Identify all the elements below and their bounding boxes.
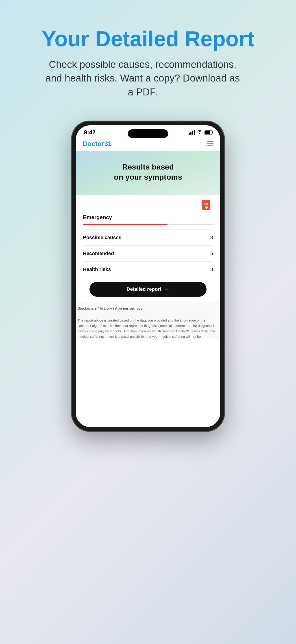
health-risks-value: 3 bbox=[210, 266, 213, 272]
arrow-icon: → bbox=[164, 286, 169, 292]
status-time: 9:42 bbox=[84, 129, 96, 136]
app-nav: Doctor31 bbox=[76, 138, 220, 151]
report-button-label: Detailed report bbox=[127, 286, 161, 292]
menu-icon[interactable] bbox=[207, 142, 213, 146]
detailed-report-button[interactable]: Detailed report → bbox=[89, 282, 207, 297]
hero-title: Results based on your symptoms bbox=[83, 162, 213, 182]
recommended-label: Recomended bbox=[83, 250, 114, 256]
footer-links: Disclamers / History / App performace bbox=[76, 302, 220, 314]
emergency-progress-bar bbox=[83, 224, 213, 225]
page-title: Your Detailed Report bbox=[42, 27, 254, 51]
hero-banner: Results based on your symptoms bbox=[76, 151, 220, 195]
signal-icon bbox=[189, 130, 195, 135]
logo-doctor: Doctor bbox=[83, 140, 104, 147]
pdf-row: PDF bbox=[81, 195, 215, 212]
health-risks-row[interactable]: Health risks 3 bbox=[81, 262, 215, 277]
dynamic-island bbox=[128, 129, 168, 138]
recommended-row[interactable]: Recomended 6 bbox=[81, 246, 215, 261]
progress-empty bbox=[169, 224, 213, 225]
logo-number: 31 bbox=[104, 140, 112, 147]
battery-icon bbox=[204, 130, 212, 134]
emergency-label: Emergency bbox=[83, 214, 213, 220]
wifi-icon bbox=[197, 130, 202, 135]
phone-frame: 9:42 bbox=[72, 121, 224, 431]
content-area: PDF Emergency bbox=[76, 195, 220, 302]
recommended-value: 6 bbox=[210, 250, 213, 256]
report-button-row: Detailed report → bbox=[81, 277, 215, 302]
footer-disclaimer: The report above is created based on the… bbox=[76, 314, 220, 339]
progress-fill bbox=[83, 224, 167, 225]
possible-causes-label: Possible causes bbox=[83, 235, 121, 240]
footer-links-text[interactable]: Disclamers / History / App performace bbox=[78, 306, 143, 310]
page-header: Your Detailed Report Check possible caus… bbox=[33, 0, 263, 112]
svg-text:PDF: PDF bbox=[204, 203, 209, 205]
disclaimer-text: The report above is created based on the… bbox=[78, 318, 218, 339]
status-icons bbox=[189, 130, 212, 135]
possible-causes-row[interactable]: Possible causes 3 bbox=[81, 230, 215, 246]
phone-mockup: 9:42 bbox=[72, 121, 224, 431]
possible-causes-value: 3 bbox=[210, 235, 213, 240]
pdf-download-button[interactable]: PDF bbox=[201, 199, 213, 210]
app-logo: Doctor31 bbox=[83, 140, 112, 148]
health-risks-label: Health risks bbox=[83, 266, 111, 272]
phone-screen: 9:42 bbox=[76, 125, 220, 427]
emergency-section: Emergency bbox=[81, 212, 215, 230]
page-subtitle: Check possible causes, recommendations, … bbox=[42, 58, 244, 99]
